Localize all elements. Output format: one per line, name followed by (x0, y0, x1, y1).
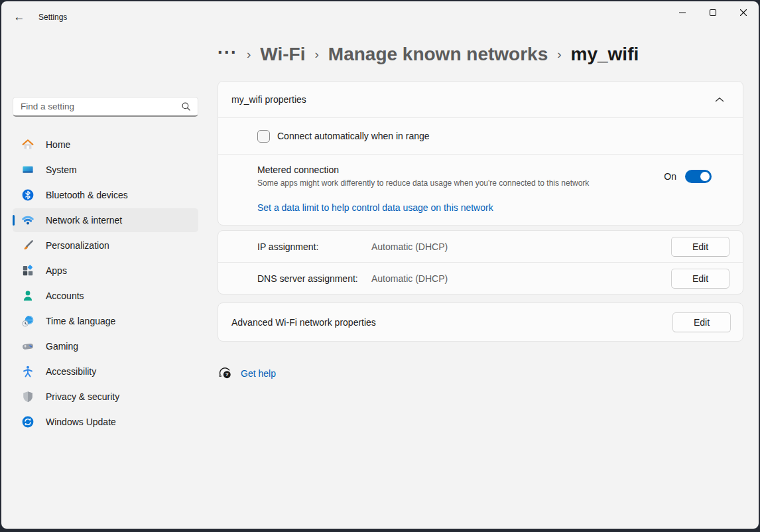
get-help-section: ? Get help (218, 366, 743, 380)
sidebar-item-privacy-security[interactable]: Privacy & security (13, 385, 198, 409)
page-title: my_wifi (571, 44, 639, 65)
advanced-properties-label: Advanced Wi-Fi network properties (231, 317, 376, 328)
sidebar-item-label: Network & internet (46, 215, 122, 226)
sidebar-item-label: Personalization (46, 240, 109, 251)
ip-dns-card: IP assignment: Automatic (DHCP) Edit DNS… (218, 230, 743, 295)
svg-text:?: ? (225, 371, 229, 377)
properties-title: my_wifi properties (231, 94, 306, 105)
sidebar-item-gaming[interactable]: Gaming (13, 334, 198, 358)
settings-window: ← Settings (1, 1, 759, 529)
sidebar-item-system[interactable]: System (13, 158, 198, 182)
advanced-properties-edit-button[interactable]: Edit (672, 312, 731, 332)
sidebar-item-accessibility[interactable]: Accessibility (13, 360, 198, 383)
sidebar-item-apps[interactable]: Apps (13, 259, 198, 283)
sidebar-nav: Home System (13, 133, 198, 434)
close-button[interactable] (728, 1, 759, 24)
ip-assignment-edit-button[interactable]: Edit (671, 237, 729, 257)
ip-assignment-value: Automatic (DHCP) (371, 241, 448, 252)
sync-icon (21, 415, 34, 429)
metered-connection-toggle[interactable] (685, 170, 712, 183)
connect-automatically-row: Connect automatically when in range (218, 118, 743, 154)
sidebar-item-label: Accessibility (46, 366, 96, 377)
search-input[interactable] (21, 101, 181, 111)
sidebar-item-personalization[interactable]: Personalization (13, 233, 198, 257)
dns-assignment-value: Automatic (DHCP) (371, 273, 448, 284)
close-icon (739, 9, 747, 17)
breadcrumb: ··· › Wi-Fi › Manage known networks › my… (218, 40, 743, 69)
chevron-up-icon[interactable] (715, 97, 724, 103)
sidebar-item-time-language[interactable]: Time & language (13, 309, 198, 333)
chevron-right-icon: › (548, 47, 570, 62)
sidebar-item-label: System (46, 165, 77, 175)
maximize-icon (709, 9, 717, 17)
sidebar-item-label: Home (46, 139, 70, 150)
help-icon: ? (218, 366, 232, 380)
sidebar-item-label: Apps (46, 265, 67, 276)
properties-expander-header[interactable]: my_wifi properties (218, 82, 743, 117)
globe-clock-icon (21, 314, 34, 328)
shield-icon (21, 390, 34, 403)
chevron-right-icon: › (305, 47, 328, 62)
search-box (13, 97, 198, 117)
sidebar-item-label: Gaming (46, 341, 78, 352)
connect-automatically-checkbox[interactable] (257, 130, 270, 143)
home-icon (21, 138, 34, 151)
window-frame: ← Settings (0, 0, 760, 532)
breadcrumb-item-manage-known-networks[interactable]: Manage known networks (328, 44, 548, 65)
main-content: ··· › Wi-Fi › Manage known networks › my… (211, 33, 759, 529)
accessibility-person-icon (21, 365, 34, 378)
sidebar-item-home[interactable]: Home (13, 133, 198, 157)
sidebar-item-accounts[interactable]: Accounts (13, 284, 198, 308)
metered-connection-row: Metered connection Some apps might work … (218, 155, 743, 225)
sidebar: Home System (1, 33, 211, 529)
dns-assignment-edit-button[interactable]: Edit (671, 269, 729, 289)
metered-connection-title: Metered connection (257, 165, 589, 175)
apps-icon (21, 264, 34, 277)
sidebar-item-label: Windows Update (46, 417, 116, 427)
sidebar-item-label: Bluetooth & devices (46, 190, 128, 200)
sidebar-item-label: Time & language (46, 316, 115, 326)
maximize-button[interactable] (698, 1, 728, 24)
sidebar-item-label: Privacy & security (46, 391, 119, 402)
sidebar-item-label: Accounts (46, 291, 84, 301)
advanced-properties-card: Advanced Wi-Fi network properties Edit (218, 302, 743, 342)
paintbrush-icon (21, 239, 34, 252)
sidebar-item-windows-update[interactable]: Windows Update (13, 410, 198, 434)
sidebar-item-network-internet[interactable]: Network & internet (13, 208, 198, 232)
minimize-button[interactable] (667, 1, 698, 24)
toggle-state-label: On (664, 171, 676, 182)
metered-connection-text: Metered connection Some apps might work … (257, 165, 589, 188)
sidebar-item-bluetooth[interactable]: Bluetooth & devices (13, 183, 198, 207)
back-button[interactable]: ← (7, 6, 32, 29)
titlebar: ← Settings (1, 1, 759, 33)
app-title: Settings (38, 13, 67, 22)
gamepad-icon (21, 340, 34, 353)
dns-assignment-row: DNS server assignment: Automatic (DHCP) … (218, 263, 743, 294)
metered-connection-description: Some apps might work differently to redu… (257, 178, 589, 188)
breadcrumb-overflow-button[interactable]: ··· (218, 42, 237, 67)
search-icon (181, 101, 191, 111)
dns-assignment-label: DNS server assignment: (257, 273, 371, 284)
wifi-icon (21, 214, 34, 227)
breadcrumb-item-wifi[interactable]: Wi-Fi (260, 44, 305, 65)
minimize-icon (678, 9, 686, 17)
chevron-right-icon: › (237, 47, 260, 62)
ip-assignment-row: IP assignment: Automatic (DHCP) Edit (218, 231, 743, 262)
ip-assignment-label: IP assignment: (257, 241, 371, 252)
person-icon (21, 289, 34, 302)
connect-automatically-label: Connect automatically when in range (277, 131, 430, 141)
wifi-properties-card: my_wifi properties Connect automatically… (218, 81, 743, 226)
window-controls (667, 1, 759, 24)
bluetooth-icon (21, 188, 34, 202)
back-arrow-icon: ← (14, 11, 25, 24)
system-icon (21, 163, 34, 176)
set-data-limit-link[interactable]: Set a data limit to help control data us… (257, 202, 493, 213)
get-help-link[interactable]: Get help (241, 368, 276, 379)
toggle-knob (700, 172, 710, 181)
